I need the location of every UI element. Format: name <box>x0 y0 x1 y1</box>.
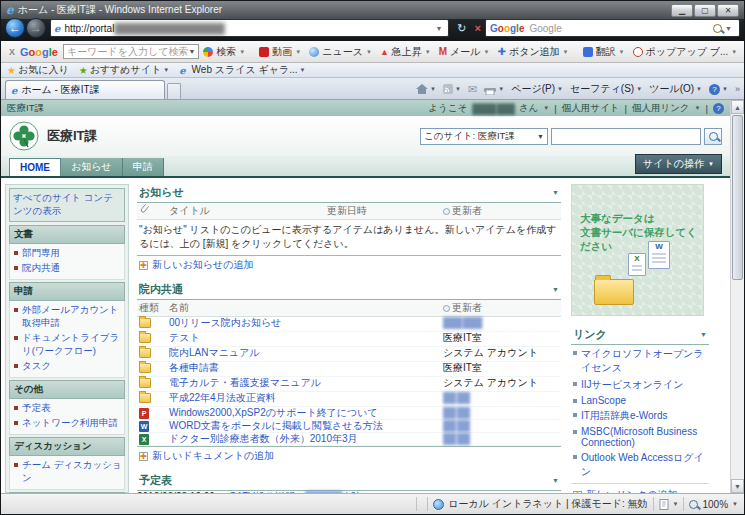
tools-menu[interactable]: ツール(O)▼ <box>649 82 702 96</box>
toolbar-button-news[interactable]: ニュース▼ <box>305 45 376 59</box>
sp-help-icon[interactable]: ? <box>713 103 724 114</box>
add-announcement-link[interactable]: 新しいお知らせの追加 <box>152 258 253 272</box>
sidebar-item-network-application[interactable]: ネットワーク利用申請 <box>14 416 122 431</box>
refresh-button[interactable]: ↻ <box>453 22 470 35</box>
toolbar-close-button[interactable]: X <box>5 47 19 57</box>
link-it-dictionary-ewords[interactable]: IT用語辞典e-Words <box>581 409 668 423</box>
toolbar-button-add[interactable]: ✚ボタン追加▼ <box>494 45 573 59</box>
document-name-link[interactable]: 各種申請書 <box>169 362 443 376</box>
sidebar-item-tasks[interactable]: タスク <box>14 359 122 374</box>
webpart-menu-icon[interactable]: ▼ <box>552 189 559 196</box>
modified-by[interactable]: ██ ██ <box>443 433 559 445</box>
modified-by[interactable]: 医療IT室 <box>443 362 559 376</box>
document-name-link[interactable]: テスト <box>169 332 443 346</box>
browser-tab-active[interactable]: e ホーム - 医療IT課 <box>5 80 165 99</box>
titlebar[interactable]: e ホーム - 医療IT課 - Windows Internet Explore… <box>3 1 742 18</box>
column-modified-by[interactable]: 更新者 <box>443 301 559 315</box>
address-bar[interactable]: e http://portal ██████████████████ ▼ <box>50 19 449 37</box>
webpart-menu-icon[interactable]: ▼ <box>700 331 707 338</box>
document-name-link[interactable]: Windows2000,XpSP2のサポート終了について <box>169 407 443 419</box>
document-name-link[interactable]: ドクター別診療患者数（外来）2010年3月 <box>169 433 443 445</box>
link-iij-service-online[interactable]: IIJサービスオンライン <box>581 378 683 392</box>
sidebar-item-team-discussion[interactable]: チーム ディスカッション <box>14 458 122 486</box>
document-name-link[interactable]: WORD文書をポータルに掲載し閲覧させる方法 <box>169 420 443 432</box>
modified-by[interactable]: システム アカウント <box>443 347 559 361</box>
link-lanscope[interactable]: LanScope <box>581 395 626 406</box>
document-name-link[interactable]: 電子カルテ・看護支援マニュアル <box>169 377 443 391</box>
toolbar-search-input[interactable]: キーワードを入力して検索 ▼ <box>63 44 199 59</box>
column-name[interactable]: 名前 <box>169 301 443 315</box>
modified-by[interactable]: ██ ██ <box>443 420 559 432</box>
safety-menu[interactable]: セーフティ(S)▼ <box>570 82 642 96</box>
sidebar-item-external-mail[interactable]: 外部メールアカウント取得申請 <box>14 303 122 331</box>
home-button[interactable]: ▼ <box>416 84 436 95</box>
modified-by[interactable]: 医療IT室 <box>443 332 559 346</box>
maximize-button[interactable]: ▢ <box>694 4 716 17</box>
security-zone-indicator[interactable]: ローカル イントラネット | 保護モード: 無効 <box>433 497 647 511</box>
link-owa-login[interactable]: Outlook Web Accessログイン <box>581 451 707 479</box>
favorites-button[interactable]: ★お気に入り <box>7 63 69 77</box>
column-modified-by[interactable]: 更新者 <box>443 204 559 218</box>
personal-site-link[interactable]: 個人用サイト <box>562 102 620 115</box>
toolbar-button-trending[interactable]: ▲急上昇▼ <box>376 45 435 59</box>
suggested-sites-button[interactable]: ★おすすめサイト▼ <box>79 63 170 77</box>
modified-by[interactable]: ██ ██ <box>443 407 559 419</box>
scroll-up-arrow[interactable]: ▲ <box>731 100 744 114</box>
toolbar-button-videos[interactable]: 動画▼ <box>255 45 305 59</box>
read-mail-button[interactable]: ✉ <box>468 83 477 96</box>
column-title[interactable]: タイトル <box>169 204 327 218</box>
personal-links-menu[interactable]: 個人用リンク <box>632 102 690 115</box>
vertical-scrollbar[interactable]: ▲ ▼ <box>730 100 744 493</box>
site-actions-button[interactable]: サイトの操作▼ <box>635 154 722 174</box>
sidebar-item-doc-library-workflow[interactable]: ドキュメントライブラリ(ワークフロー) <box>14 331 122 359</box>
sp-tab-apply[interactable]: 申請 <box>123 158 164 176</box>
sidebar-header-applications[interactable]: 申請 <box>9 282 125 301</box>
webpart-menu-icon[interactable]: ▼ <box>552 477 559 484</box>
sp-tab-notice[interactable]: お知らせ <box>61 158 123 176</box>
feeds-button[interactable]: ▼ <box>443 84 461 94</box>
command-overflow-chevron[interactable]: » <box>735 84 740 94</box>
search-dropdown-icon[interactable]: ▼ <box>722 25 735 32</box>
toolbar-search-dropdown-icon[interactable]: ▼ <box>188 48 195 55</box>
stop-button[interactable]: × <box>471 22 485 34</box>
sidebar-item-hospital-common[interactable]: 院内共通 <box>14 261 122 276</box>
close-button[interactable]: ✕ <box>717 4 739 17</box>
toolbar-button-popup-blocker[interactable]: ポップアップ ブ...▼ <box>629 45 742 59</box>
link-ms-open-license[interactable]: マイクロソフトオープンライセンス <box>581 347 707 375</box>
compatibility-view-button[interactable]: ▼ <box>659 499 679 510</box>
toolbar-search-button[interactable]: 検索▼ <box>199 45 249 59</box>
welcome-menu-caret[interactable]: ▼ <box>543 105 549 111</box>
help-menu[interactable]: ?▼ <box>709 84 728 95</box>
personal-links-caret[interactable]: ▼ <box>695 105 701 111</box>
webslice-gallery-button[interactable]: eWeb スライス ギャラ...▼ <box>179 63 305 77</box>
search-magnifier-icon[interactable] <box>713 24 722 33</box>
search-box[interactable]: Google Google ▼ <box>485 19 740 37</box>
modified-by[interactable]: ███ ███ <box>443 317 559 331</box>
forward-button[interactable]: → <box>26 18 46 38</box>
scroll-down-arrow[interactable]: ▼ <box>731 479 744 493</box>
search-scope-dropdown[interactable]: このサイト: 医療IT課 ▼ <box>420 128 548 145</box>
sp-search-go-button[interactable] <box>704 128 722 145</box>
toolbar-button-share[interactable]: 共有▼ <box>741 45 745 59</box>
document-name-link[interactable]: 平成22年4月法改正資料 <box>169 392 443 406</box>
new-tab-button[interactable] <box>167 83 181 99</box>
column-modified[interactable]: 更新日時 <box>327 204 443 218</box>
view-all-site-content-link[interactable]: すべてのサイト コンテンツの表示 <box>9 188 125 222</box>
link-msbc[interactable]: MSBC(Microsoft Business Connection) <box>581 426 707 448</box>
sp-search-input[interactable] <box>551 128 701 145</box>
sidebar-item-department-only[interactable]: 部門専用 <box>14 246 122 261</box>
document-name-link[interactable]: 院内LANマニュアル <box>169 347 443 361</box>
webpart-menu-icon[interactable]: ▼ <box>552 286 559 293</box>
zoom-control[interactable]: 100% ▼ <box>689 499 738 510</box>
sidebar-header-discussions[interactable]: ディスカッション <box>9 437 125 456</box>
page-menu[interactable]: ページ(P)▼ <box>511 82 563 96</box>
sp-tab-home[interactable]: HOME <box>9 158 61 176</box>
address-dropdown-icon[interactable]: ▼ <box>432 25 445 32</box>
toolbar-button-translate[interactable]: 翻訳▼ <box>579 45 629 59</box>
scroll-thumb[interactable] <box>732 115 743 280</box>
toolbar-button-mail[interactable]: Mメール▼ <box>435 45 494 59</box>
column-type[interactable]: 種類 <box>139 301 169 315</box>
sidebar-item-calendar[interactable]: 予定表 <box>14 401 122 416</box>
document-name-link[interactable]: 00リリース院内お知らせ <box>169 317 443 331</box>
sidebar-header-documents[interactable]: 文書 <box>9 225 125 244</box>
